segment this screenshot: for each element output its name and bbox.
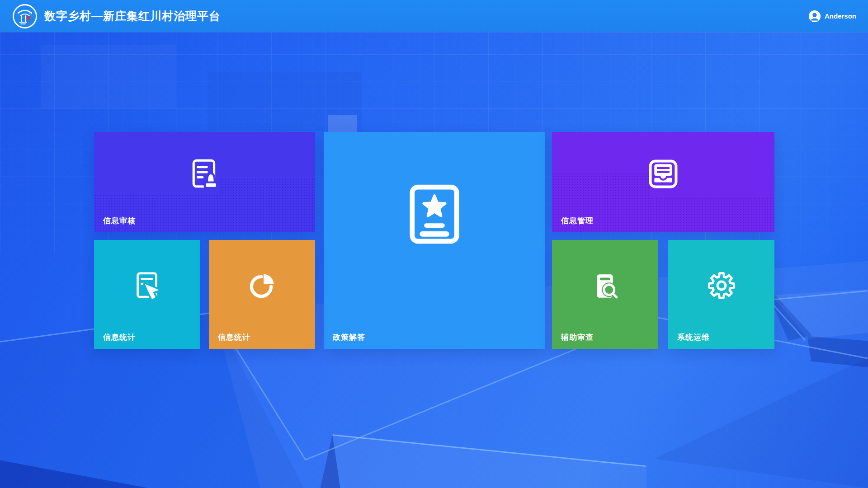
tile-label: 政策解答 bbox=[333, 332, 365, 343]
bg-light-patch bbox=[41, 45, 176, 108]
tile-label: 信息审核 bbox=[103, 216, 136, 226]
user-chip[interactable]: Anderson bbox=[809, 10, 856, 22]
tile-xinxi-shenhe[interactable]: 信息审核 bbox=[94, 132, 315, 232]
document-cursor-icon bbox=[132, 271, 162, 300]
app-header: 数字乡村—新庄集红川村治理平台 Anderson bbox=[0, 0, 868, 32]
tile-xitong-yunwei[interactable]: 系统运维 bbox=[668, 240, 774, 349]
pie-chart-icon bbox=[247, 271, 277, 300]
message-archive-icon bbox=[647, 158, 679, 190]
gear-icon bbox=[706, 270, 737, 301]
tile-xinxi-guanli[interactable]: 信息管理 bbox=[552, 132, 774, 232]
gear-icon-path bbox=[709, 273, 734, 298]
tile-zhengce-jieda[interactable]: 政策解答 bbox=[324, 132, 545, 349]
tile-label: 系统运维 bbox=[677, 332, 710, 343]
tile-label: 辅助审查 bbox=[561, 332, 594, 343]
tiles-grid: 信息审核 政策解答 信息管理 信息统计 bbox=[94, 132, 774, 349]
tile-xinxi-tongji-pie[interactable]: 信息统计 bbox=[209, 240, 315, 349]
tile-xinxi-tongji-docs[interactable]: 信息统计 bbox=[94, 240, 200, 349]
certificate-star-icon bbox=[408, 183, 461, 245]
tile-label: 信息统计 bbox=[103, 332, 136, 343]
user-avatar-icon[interactable] bbox=[809, 10, 821, 22]
page-title: 数字乡村—新庄集红川村治理平台 bbox=[44, 9, 221, 23]
tile-label: 信息统计 bbox=[218, 332, 250, 343]
document-stamp-icon bbox=[189, 158, 221, 190]
book-search-icon bbox=[590, 271, 620, 300]
user-name: Anderson bbox=[825, 12, 856, 20]
tile-label: 信息管理 bbox=[561, 216, 594, 226]
tile-fuzhu-shencha[interactable]: 辅助审查 bbox=[552, 240, 658, 349]
bg-highlight-square bbox=[328, 115, 357, 132]
village-emblem-logo bbox=[12, 3, 38, 29]
